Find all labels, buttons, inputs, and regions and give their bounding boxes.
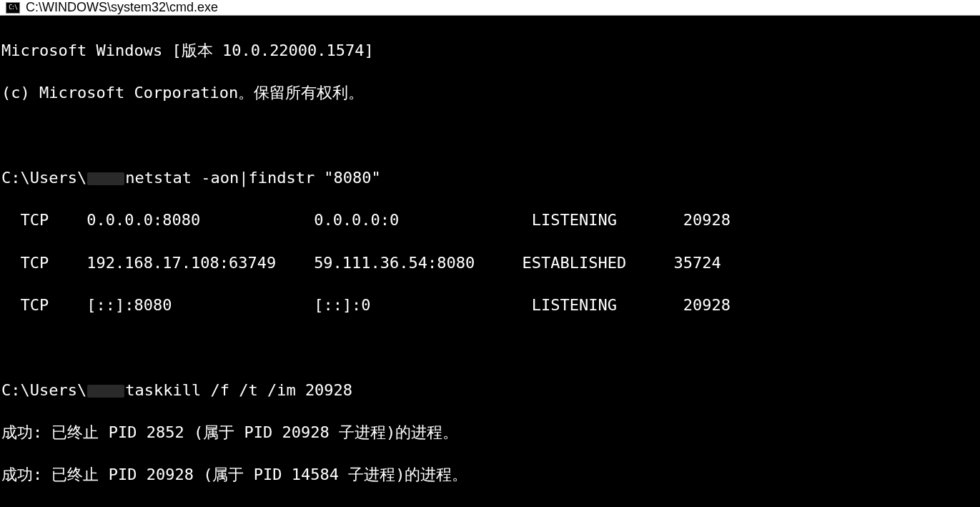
terminal-area[interactable]: Microsoft Windows [版本 10.0.22000.1574] (… (0, 16, 980, 507)
redacted-username (87, 385, 124, 398)
output-line: 成功: 已终止 PID 2852 (属于 PID 20928 子进程)的进程。 (1, 422, 979, 443)
prompt-line: C:\Users\taskkill /f /t /im 20928 (1, 380, 979, 401)
watermark: 开发者 CSDN DevZe.CoM (878, 492, 974, 507)
blank-line (1, 124, 979, 146)
window-title: C:\WINDOWS\system32\cmd.exe (26, 0, 218, 15)
command-text: taskkill /f /t /im 20928 (125, 381, 352, 399)
cmd-icon: C:\ (6, 2, 20, 14)
redacted-username (87, 172, 124, 185)
output-line: 成功: 已终止 PID 20928 (属于 PID 14584 子进程)的进程。 (1, 464, 979, 486)
command-text: netstat -aon|findstr "8080" (125, 169, 381, 187)
prompt-line: C:\Users\netstat -aon|findstr "8080" (1, 167, 979, 189)
cmd-window: C:\ C:\WINDOWS\system32\cmd.exe Microsof… (0, 0, 980, 507)
blank-line (1, 337, 979, 358)
netstat-row: TCP [::]:8080 [::]:0 LISTENING 20928 (1, 295, 979, 316)
netstat-row: TCP 0.0.0.0:8080 0.0.0.0:0 LISTENING 209… (1, 210, 979, 231)
banner-line: Microsoft Windows [版本 10.0.22000.1574] (1, 40, 979, 61)
banner-line: (c) Microsoft Corporation。保留所有权利。 (1, 82, 979, 104)
titlebar[interactable]: C:\ C:\WINDOWS\system32\cmd.exe (0, 0, 980, 16)
netstat-row: TCP 192.168.17.108:63749 59.111.36.54:80… (1, 252, 979, 274)
